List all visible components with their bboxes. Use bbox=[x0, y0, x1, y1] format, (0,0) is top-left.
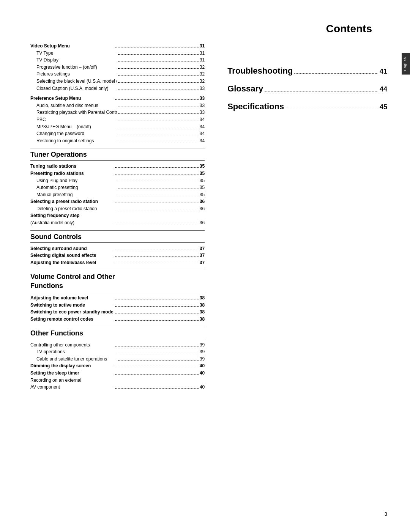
toc-row: Selecting surround sound 37 bbox=[30, 245, 205, 252]
toc-row: Adjusting the volume level 38 bbox=[30, 294, 205, 302]
troubleshooting-page: 41 bbox=[380, 67, 387, 76]
section-divider bbox=[30, 270, 205, 270]
toc-row: Changing the password 34 bbox=[30, 130, 205, 137]
sound-controls-block: Sound Controls Selecting surround sound … bbox=[30, 233, 205, 266]
toc-row: Controlling other components 39 bbox=[30, 342, 205, 349]
toc-row: Recording on an external bbox=[30, 377, 205, 384]
section-divider bbox=[30, 148, 205, 148]
glossary-label: Glossary bbox=[227, 83, 263, 95]
right-column: Troubleshooting 41 Glossary 44 Specifica… bbox=[220, 42, 387, 394]
toc-row: Selecting the black level (U.S.A. model … bbox=[30, 78, 205, 85]
toc-row: Progressive function – (on/off) 32 bbox=[30, 64, 205, 71]
toc-row: Closed Caption (U.S.A. model only) 33 bbox=[30, 85, 205, 92]
section-divider bbox=[30, 327, 205, 327]
tuner-operations-header: Tuner Operations bbox=[30, 151, 205, 161]
toc-row: Presetting radio stations 35 bbox=[30, 170, 205, 177]
glossary-page: 44 bbox=[380, 85, 387, 94]
toc-row: Using Plug and Play 35 bbox=[30, 177, 205, 184]
toc-row: PBC 34 bbox=[30, 116, 205, 123]
toc-row: Adjusting the treble/bass level 37 bbox=[30, 259, 205, 266]
toc-row: Switching to eco power standby mode 38 bbox=[30, 308, 205, 316]
glossary-entry: Glossary 44 bbox=[227, 83, 387, 95]
toc-row: TV Type 31 bbox=[30, 50, 205, 57]
section-divider bbox=[30, 230, 205, 231]
troubleshooting-label: Troubleshooting bbox=[227, 65, 293, 77]
toc-row: Automatic presetting 35 bbox=[30, 184, 205, 191]
troubleshooting-entry: Troubleshooting 41 bbox=[227, 65, 387, 77]
toc-row: Manual presetting 35 bbox=[30, 191, 205, 198]
video-setup-block: Video Setup Menu 31 TV Type 31 TV Displa… bbox=[30, 42, 205, 92]
toc-row: Selecting digital sound effects 37 bbox=[30, 252, 205, 259]
video-setup-dots bbox=[115, 47, 199, 47]
toc-row: Selecting a preset radio station 36 bbox=[30, 198, 205, 205]
preference-setup-header: Preference Setup Menu 33 bbox=[30, 95, 205, 102]
toc-row: Restricting playback with Parental Contr… bbox=[30, 109, 205, 116]
toc-row: Pictures settings 32 bbox=[30, 71, 205, 78]
toc-row: Setting the sleep timer 40 bbox=[30, 370, 205, 377]
other-functions-block: Other Functions Controlling other compon… bbox=[30, 329, 205, 391]
page: English Contents Video Setup Menu 31 TV … bbox=[0, 0, 410, 532]
preference-setup-block: Preference Setup Menu 33 Audio, subtitle… bbox=[30, 95, 205, 144]
toc-row: Deleting a preset radio station 36 bbox=[30, 205, 205, 212]
specifications-entry: Specifications 45 bbox=[227, 101, 387, 113]
page-number: 3 bbox=[385, 511, 387, 517]
toc-row: Tuning radio stations 35 bbox=[30, 163, 205, 170]
toc-row: AV component 40 bbox=[30, 384, 205, 391]
page-title: Contents bbox=[30, 23, 387, 35]
other-functions-header: Other Functions bbox=[30, 329, 205, 339]
video-setup-header: Video Setup Menu 31 bbox=[30, 42, 205, 50]
specifications-page: 45 bbox=[380, 102, 387, 112]
tuner-operations-block: Tuner Operations Tuning radio stations 3… bbox=[30, 151, 205, 226]
volume-control-block: Volume Control and Other Functions Adjus… bbox=[30, 272, 205, 323]
sound-controls-header: Sound Controls bbox=[30, 233, 205, 243]
toc-row: Cable and satelite tuner operations 39 bbox=[30, 356, 205, 363]
english-tab: English bbox=[402, 53, 410, 75]
video-setup-label: Video Setup Menu bbox=[30, 42, 114, 50]
left-column: Video Setup Menu 31 TV Type 31 TV Displa… bbox=[30, 42, 220, 394]
toc-row: Setting remote control codes 38 bbox=[30, 316, 205, 323]
toc-row: MP3/JPEG Menu – (on/off) 34 bbox=[30, 123, 205, 131]
toc-row: Dimming the display screen 40 bbox=[30, 362, 205, 370]
toc-row: TV operations 39 bbox=[30, 348, 205, 356]
specifications-label: Specifications bbox=[227, 101, 284, 113]
video-setup-page: 31 bbox=[200, 42, 205, 50]
content-area: Video Setup Menu 31 TV Type 31 TV Displa… bbox=[30, 42, 387, 394]
toc-row: TV Display 31 bbox=[30, 57, 205, 64]
toc-row: Switching to active mode 38 bbox=[30, 302, 205, 309]
toc-row: Setting frequency step bbox=[30, 212, 205, 219]
toc-row: Restoring to original settings 34 bbox=[30, 137, 205, 145]
toc-row: (Australia model only) 36 bbox=[30, 219, 205, 227]
toc-row: Audio, subtitle and disc menus 33 bbox=[30, 102, 205, 109]
volume-control-header: Volume Control and Other Functions bbox=[30, 272, 205, 292]
